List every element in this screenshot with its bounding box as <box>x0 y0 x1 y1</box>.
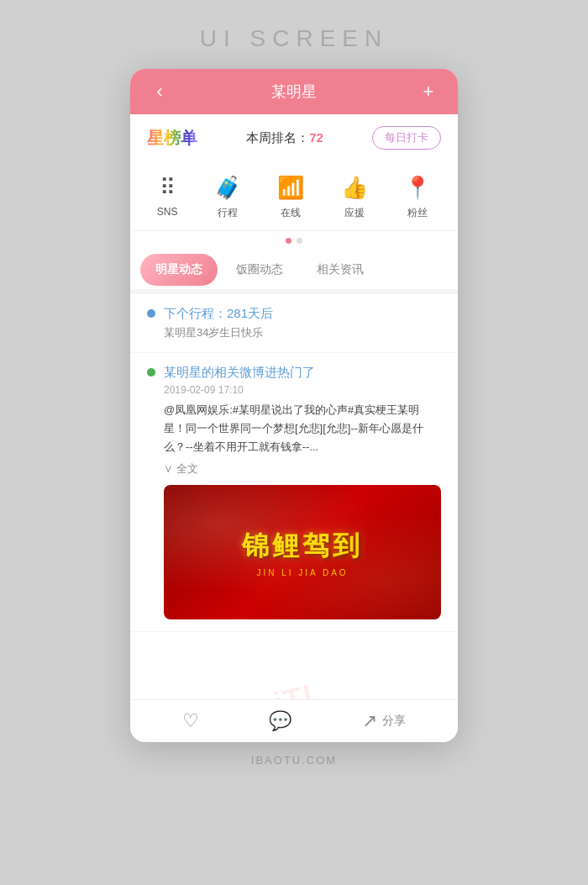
share-button[interactable]: ↗ 分享 <box>362 710 406 732</box>
back-button[interactable]: ‹ <box>147 81 172 103</box>
feed-sub-1: 某明星34岁生日快乐 <box>164 325 273 340</box>
ui-screen-label: UI SCREEN <box>200 25 388 52</box>
nav-item-cheer[interactable]: 👍 应援 <box>341 175 368 220</box>
feed-item-2: 某明星的相关微博进热门了 2019-02-09 17:10 @凤凰网娱乐:#某明… <box>130 353 458 632</box>
nav-item-sns[interactable]: ⠿ SNS <box>157 175 178 220</box>
feed-expand-button[interactable]: ∨ 全文 <box>164 461 441 477</box>
page-title: 某明星 <box>172 82 416 102</box>
bottom-bar: ♡ 💬 ↗ 分享 <box>130 699 458 742</box>
comment-icon: 💬 <box>269 710 291 732</box>
feed-row-2: 某明星的相关微博进热门了 2019-02-09 17:10 @凤凰网娱乐:#某明… <box>147 365 441 619</box>
schedule-icon: 🧳 <box>214 175 241 201</box>
sns-label: SNS <box>157 206 178 218</box>
image-sparkles <box>164 485 441 619</box>
rank-prefix: 本周排名： <box>246 130 309 145</box>
phone-frame: ‹ 某明星 + 星榜单 本周排名：72 每日打卡 ⠿ SNS 🧳 行程 📶 在线… <box>130 69 458 742</box>
tab-related-news[interactable]: 相关资讯 <box>302 254 379 286</box>
feed-content-2: 某明星的相关微博进热门了 2019-02-09 17:10 @凤凰网娱乐:#某明… <box>164 365 441 619</box>
tab-fan-circle[interactable]: 饭圈动态 <box>221 254 298 286</box>
feed-dot-green <box>147 368 155 377</box>
feed-dot-blue <box>147 309 155 318</box>
online-label: 在线 <box>281 206 301 220</box>
feed-row-1: 下个行程：281天后 某明星34岁生日快乐 <box>147 306 441 340</box>
heart-icon: ♡ <box>182 710 199 732</box>
daily-checkin-button[interactable]: 每日打卡 <box>372 126 441 150</box>
schedule-label: 行程 <box>218 206 238 220</box>
share-icon: ↗ <box>362 710 377 732</box>
content-tabs: 明星动态 饭圈动态 相关资讯 <box>130 250 458 289</box>
footer-label: IBAOTU.COM <box>251 754 337 766</box>
nav-icons: ⠿ SNS 🧳 行程 📶 在线 👍 应援 📍 粉丝 <box>130 161 458 231</box>
sns-icon: ⠿ <box>160 175 176 201</box>
image-pinyin: JIN LI JIA DAO <box>256 568 348 577</box>
feed-timestamp: 2019-02-09 17:10 <box>164 384 441 396</box>
page-dots <box>130 231 458 250</box>
fans-label: 粉丝 <box>407 206 428 220</box>
online-icon: 📶 <box>277 175 304 201</box>
nav-item-fans[interactable]: 📍 粉丝 <box>404 175 431 220</box>
top-card: 星榜单 本周排名：72 每日打卡 <box>130 114 458 161</box>
logo-area: 星榜单 <box>147 127 197 150</box>
feed-content-1: 下个行程：281天后 某明星34岁生日快乐 <box>164 306 273 340</box>
like-button[interactable]: ♡ <box>182 710 199 732</box>
rank-info: 本周排名：72 <box>197 130 372 146</box>
feed-image: 锦鲤驾到 JIN LI JIA DAO <box>164 485 441 619</box>
dot-1 <box>286 238 291 244</box>
content-area: 下个行程：281天后 某明星34岁生日快乐 某明星的相关微博进热门了 2019-… <box>130 294 458 699</box>
tab-celebrity-news[interactable]: 明星动态 <box>140 254 218 286</box>
cheer-label: 应援 <box>344 206 365 220</box>
nav-item-schedule[interactable]: 🧳 行程 <box>214 175 241 220</box>
rank-value: 72 <box>309 130 323 145</box>
cheer-icon: 👍 <box>341 175 368 201</box>
feed-item-1: 下个行程：281天后 某明星34岁生日快乐 <box>130 294 458 353</box>
feed-body: @凤凰网娱乐:#某明星说出了我的心声#真实梗王某明星！同一个世界同一个梦想[允悲… <box>164 401 441 456</box>
logo-text: 星榜单 <box>147 127 197 150</box>
fans-icon: 📍 <box>404 175 431 201</box>
feed-title-1: 下个行程：281天后 <box>164 306 273 322</box>
comment-button[interactable]: 💬 <box>269 710 291 732</box>
header: ‹ 某明星 + <box>130 69 458 114</box>
feed-title-2: 某明星的相关微博进热门了 <box>164 365 441 381</box>
nav-item-online[interactable]: 📶 在线 <box>277 175 304 220</box>
add-button[interactable]: + <box>416 81 441 103</box>
share-label: 分享 <box>382 714 406 729</box>
dot-2 <box>297 238 302 244</box>
